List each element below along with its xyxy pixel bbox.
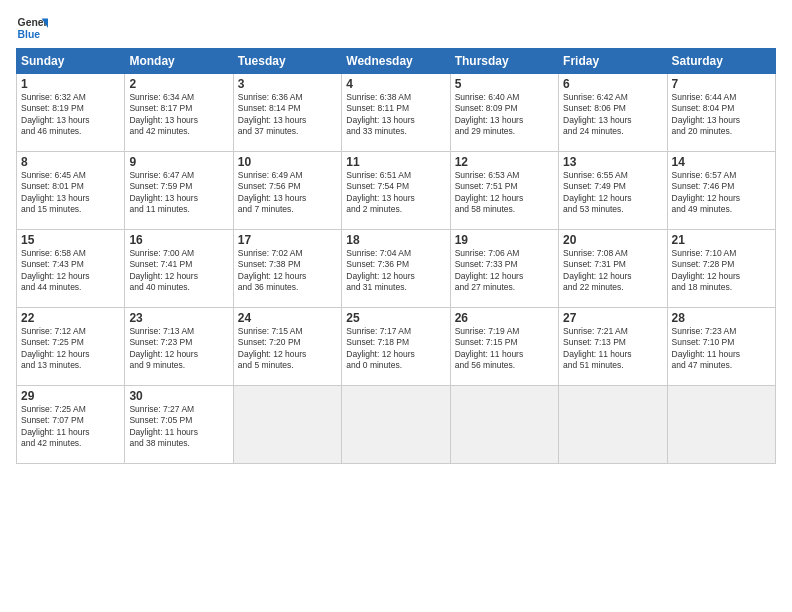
day-number: 18	[346, 233, 445, 247]
day-detail: Sunrise: 7:19 AMSunset: 7:15 PMDaylight:…	[455, 326, 554, 372]
day-detail: Sunrise: 6:42 AMSunset: 8:06 PMDaylight:…	[563, 92, 662, 138]
week-row-2: 8Sunrise: 6:45 AMSunset: 8:01 PMDaylight…	[17, 152, 776, 230]
day-number: 10	[238, 155, 337, 169]
day-cell	[233, 386, 341, 464]
week-row-3: 15Sunrise: 6:58 AMSunset: 7:43 PMDayligh…	[17, 230, 776, 308]
day-number: 29	[21, 389, 120, 403]
day-cell: 3Sunrise: 6:36 AMSunset: 8:14 PMDaylight…	[233, 74, 341, 152]
calendar-table: SundayMondayTuesdayWednesdayThursdayFrid…	[16, 48, 776, 464]
day-cell: 14Sunrise: 6:57 AMSunset: 7:46 PMDayligh…	[667, 152, 775, 230]
day-detail: Sunrise: 6:34 AMSunset: 8:17 PMDaylight:…	[129, 92, 228, 138]
day-number: 6	[563, 77, 662, 91]
day-detail: Sunrise: 7:23 AMSunset: 7:10 PMDaylight:…	[672, 326, 771, 372]
day-detail: Sunrise: 6:44 AMSunset: 8:04 PMDaylight:…	[672, 92, 771, 138]
day-number: 7	[672, 77, 771, 91]
day-number: 4	[346, 77, 445, 91]
day-cell	[559, 386, 667, 464]
day-detail: Sunrise: 7:27 AMSunset: 7:05 PMDaylight:…	[129, 404, 228, 450]
day-number: 28	[672, 311, 771, 325]
day-cell: 5Sunrise: 6:40 AMSunset: 8:09 PMDaylight…	[450, 74, 558, 152]
day-detail: Sunrise: 7:17 AMSunset: 7:18 PMDaylight:…	[346, 326, 445, 372]
day-cell: 13Sunrise: 6:55 AMSunset: 7:49 PMDayligh…	[559, 152, 667, 230]
day-cell: 28Sunrise: 7:23 AMSunset: 7:10 PMDayligh…	[667, 308, 775, 386]
day-detail: Sunrise: 7:21 AMSunset: 7:13 PMDaylight:…	[563, 326, 662, 372]
day-detail: Sunrise: 7:02 AMSunset: 7:38 PMDaylight:…	[238, 248, 337, 294]
day-cell: 17Sunrise: 7:02 AMSunset: 7:38 PMDayligh…	[233, 230, 341, 308]
day-cell: 12Sunrise: 6:53 AMSunset: 7:51 PMDayligh…	[450, 152, 558, 230]
day-detail: Sunrise: 7:12 AMSunset: 7:25 PMDaylight:…	[21, 326, 120, 372]
day-cell: 1Sunrise: 6:32 AMSunset: 8:19 PMDaylight…	[17, 74, 125, 152]
day-detail: Sunrise: 6:40 AMSunset: 8:09 PMDaylight:…	[455, 92, 554, 138]
day-cell: 20Sunrise: 7:08 AMSunset: 7:31 PMDayligh…	[559, 230, 667, 308]
day-number: 21	[672, 233, 771, 247]
day-number: 1	[21, 77, 120, 91]
day-number: 12	[455, 155, 554, 169]
day-cell: 10Sunrise: 6:49 AMSunset: 7:56 PMDayligh…	[233, 152, 341, 230]
weekday-sunday: Sunday	[17, 49, 125, 74]
day-number: 17	[238, 233, 337, 247]
day-detail: Sunrise: 7:06 AMSunset: 7:33 PMDaylight:…	[455, 248, 554, 294]
day-number: 11	[346, 155, 445, 169]
day-number: 22	[21, 311, 120, 325]
day-number: 26	[455, 311, 554, 325]
day-cell: 6Sunrise: 6:42 AMSunset: 8:06 PMDaylight…	[559, 74, 667, 152]
day-detail: Sunrise: 7:10 AMSunset: 7:28 PMDaylight:…	[672, 248, 771, 294]
day-number: 9	[129, 155, 228, 169]
day-detail: Sunrise: 7:00 AMSunset: 7:41 PMDaylight:…	[129, 248, 228, 294]
header-row: General Blue	[16, 12, 776, 44]
day-number: 5	[455, 77, 554, 91]
logo-icon: General Blue	[16, 12, 48, 44]
day-detail: Sunrise: 7:04 AMSunset: 7:36 PMDaylight:…	[346, 248, 445, 294]
day-detail: Sunrise: 6:53 AMSunset: 7:51 PMDaylight:…	[455, 170, 554, 216]
day-number: 2	[129, 77, 228, 91]
day-number: 8	[21, 155, 120, 169]
day-detail: Sunrise: 6:36 AMSunset: 8:14 PMDaylight:…	[238, 92, 337, 138]
day-number: 23	[129, 311, 228, 325]
day-cell: 29Sunrise: 7:25 AMSunset: 7:07 PMDayligh…	[17, 386, 125, 464]
day-cell: 19Sunrise: 7:06 AMSunset: 7:33 PMDayligh…	[450, 230, 558, 308]
day-detail: Sunrise: 7:15 AMSunset: 7:20 PMDaylight:…	[238, 326, 337, 372]
day-number: 14	[672, 155, 771, 169]
day-detail: Sunrise: 6:58 AMSunset: 7:43 PMDaylight:…	[21, 248, 120, 294]
day-number: 27	[563, 311, 662, 325]
weekday-friday: Friday	[559, 49, 667, 74]
weekday-wednesday: Wednesday	[342, 49, 450, 74]
weekday-tuesday: Tuesday	[233, 49, 341, 74]
day-detail: Sunrise: 7:25 AMSunset: 7:07 PMDaylight:…	[21, 404, 120, 450]
day-cell: 4Sunrise: 6:38 AMSunset: 8:11 PMDaylight…	[342, 74, 450, 152]
day-cell: 30Sunrise: 7:27 AMSunset: 7:05 PMDayligh…	[125, 386, 233, 464]
day-number: 20	[563, 233, 662, 247]
day-number: 13	[563, 155, 662, 169]
day-cell: 8Sunrise: 6:45 AMSunset: 8:01 PMDaylight…	[17, 152, 125, 230]
day-detail: Sunrise: 6:49 AMSunset: 7:56 PMDaylight:…	[238, 170, 337, 216]
day-number: 30	[129, 389, 228, 403]
day-detail: Sunrise: 6:38 AMSunset: 8:11 PMDaylight:…	[346, 92, 445, 138]
day-number: 19	[455, 233, 554, 247]
week-row-1: 1Sunrise: 6:32 AMSunset: 8:19 PMDaylight…	[17, 74, 776, 152]
svg-text:Blue: Blue	[18, 29, 41, 40]
day-cell	[342, 386, 450, 464]
day-cell: 25Sunrise: 7:17 AMSunset: 7:18 PMDayligh…	[342, 308, 450, 386]
week-row-5: 29Sunrise: 7:25 AMSunset: 7:07 PMDayligh…	[17, 386, 776, 464]
main-container: General Blue SundayMondayTuesdayWednesda…	[0, 0, 792, 472]
weekday-saturday: Saturday	[667, 49, 775, 74]
weekday-thursday: Thursday	[450, 49, 558, 74]
day-cell: 18Sunrise: 7:04 AMSunset: 7:36 PMDayligh…	[342, 230, 450, 308]
day-number: 16	[129, 233, 228, 247]
day-detail: Sunrise: 7:08 AMSunset: 7:31 PMDaylight:…	[563, 248, 662, 294]
day-cell: 16Sunrise: 7:00 AMSunset: 7:41 PMDayligh…	[125, 230, 233, 308]
day-cell: 23Sunrise: 7:13 AMSunset: 7:23 PMDayligh…	[125, 308, 233, 386]
day-detail: Sunrise: 6:57 AMSunset: 7:46 PMDaylight:…	[672, 170, 771, 216]
day-number: 25	[346, 311, 445, 325]
weekday-monday: Monday	[125, 49, 233, 74]
weekday-header-row: SundayMondayTuesdayWednesdayThursdayFrid…	[17, 49, 776, 74]
day-cell: 21Sunrise: 7:10 AMSunset: 7:28 PMDayligh…	[667, 230, 775, 308]
day-cell: 7Sunrise: 6:44 AMSunset: 8:04 PMDaylight…	[667, 74, 775, 152]
day-cell	[450, 386, 558, 464]
day-detail: Sunrise: 6:45 AMSunset: 8:01 PMDaylight:…	[21, 170, 120, 216]
day-cell: 26Sunrise: 7:19 AMSunset: 7:15 PMDayligh…	[450, 308, 558, 386]
day-number: 15	[21, 233, 120, 247]
day-cell: 9Sunrise: 6:47 AMSunset: 7:59 PMDaylight…	[125, 152, 233, 230]
logo: General Blue	[16, 12, 48, 44]
day-detail: Sunrise: 6:51 AMSunset: 7:54 PMDaylight:…	[346, 170, 445, 216]
